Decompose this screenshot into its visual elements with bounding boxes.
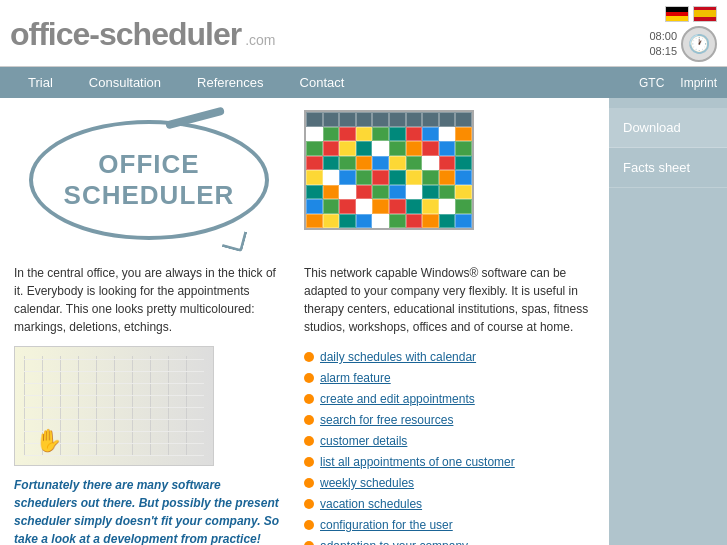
clock-times: 08:00 08:15 <box>649 29 677 60</box>
feature-item-5: list all appointments of one customer <box>304 453 595 471</box>
bullet-dot <box>304 436 314 446</box>
feature-link-7[interactable]: vacation schedules <box>320 495 422 513</box>
feature-link-9[interactable]: adaptation to your company <box>320 537 468 545</box>
feature-item-2: create and edit appointments <box>304 390 595 408</box>
feature-link-5[interactable]: list all appointments of one customer <box>320 453 515 471</box>
screenshot-area <box>304 110 595 250</box>
nav-left: Trial Consultation References Contact <box>10 67 362 98</box>
feature-link-8[interactable]: configuration for the user <box>320 516 453 534</box>
bullet-dot <box>304 478 314 488</box>
right-paragraph: This network capable Windows® software c… <box>304 264 595 336</box>
left-paragraph2: Fortunately there are many software sche… <box>14 476 284 545</box>
bullet-dot <box>304 520 314 530</box>
time2: 08:15 <box>649 44 677 59</box>
logo-com: .com <box>245 32 275 48</box>
nav-right: GTC Imprint <box>639 76 717 90</box>
feature-item-7: vacation schedules <box>304 495 595 513</box>
bullet-dot <box>304 373 314 383</box>
clock-area: 08:00 08:15 🕐 <box>649 26 717 62</box>
oval-logo: OFFICE SCHEDULER <box>29 120 269 240</box>
bullet-dot <box>304 394 314 404</box>
feature-list: daily schedules with calendaralarm featu… <box>304 348 595 545</box>
nav-item-trial[interactable]: Trial <box>10 67 71 98</box>
nav-item-references[interactable]: References <box>179 67 281 98</box>
oval-line2: SCHEDULER <box>64 180 235 211</box>
bullet-dot <box>304 415 314 425</box>
middle-content: In the central office, you are always in… <box>14 264 595 545</box>
header-right: 08:00 08:15 🕐 <box>649 6 717 62</box>
logo-image-area: OFFICE SCHEDULER <box>14 110 284 250</box>
feature-item-6: weekly schedules <box>304 474 595 492</box>
clock-icon: 🕐 <box>681 26 717 62</box>
feature-item-0: daily schedules with calendar <box>304 348 595 366</box>
feature-item-3: search for free resources <box>304 411 595 429</box>
nav-item-contact[interactable]: Contact <box>282 67 363 98</box>
left-paragraph: In the central office, you are always in… <box>14 264 284 336</box>
logo-area: office-scheduler .com <box>10 16 276 53</box>
feature-link-2[interactable]: create and edit appointments <box>320 390 475 408</box>
feature-item-9: adaptation to your company <box>304 537 595 545</box>
bullet-dot <box>304 499 314 509</box>
bullet-dot <box>304 352 314 362</box>
flag-es[interactable] <box>693 6 717 22</box>
content-area: OFFICE SCHEDULER <box>0 98 609 545</box>
feature-link-3[interactable]: search for free resources <box>320 411 453 429</box>
bullet-dot <box>304 541 314 545</box>
sidebar: Download Facts sheet <box>609 98 727 545</box>
app-screenshot <box>304 110 474 230</box>
nav-imprint[interactable]: Imprint <box>680 76 717 90</box>
calendar-image: ✋ <box>14 346 214 466</box>
logo-text: office-scheduler <box>10 16 241 53</box>
main-nav: Trial Consultation References Contact GT… <box>0 67 727 98</box>
nav-gtc[interactable]: GTC <box>639 76 664 90</box>
bullet-dot <box>304 457 314 467</box>
hand-icon: ✋ <box>35 424 62 457</box>
sidebar-item-facts-sheet[interactable]: Facts sheet <box>609 148 727 188</box>
nav-item-consultation[interactable]: Consultation <box>71 67 179 98</box>
main-content: OFFICE SCHEDULER <box>0 98 727 545</box>
feature-item-8: configuration for the user <box>304 516 595 534</box>
left-text-block: In the central office, you are always in… <box>14 264 284 545</box>
top-content: OFFICE SCHEDULER <box>14 110 595 250</box>
page-header: office-scheduler .com 08:00 08:15 🕐 <box>0 0 727 67</box>
flags <box>665 6 717 22</box>
feature-item-4: customer details <box>304 432 595 450</box>
right-text-block: This network capable Windows® software c… <box>304 264 595 545</box>
sidebar-item-download[interactable]: Download <box>609 108 727 148</box>
oval-line1: OFFICE <box>98 149 199 180</box>
feature-link-6[interactable]: weekly schedules <box>320 474 414 492</box>
feature-link-4[interactable]: customer details <box>320 432 407 450</box>
feature-item-1: alarm feature <box>304 369 595 387</box>
feature-link-0[interactable]: daily schedules with calendar <box>320 348 476 366</box>
flag-de[interactable] <box>665 6 689 22</box>
feature-link-1[interactable]: alarm feature <box>320 369 391 387</box>
time1: 08:00 <box>649 29 677 44</box>
